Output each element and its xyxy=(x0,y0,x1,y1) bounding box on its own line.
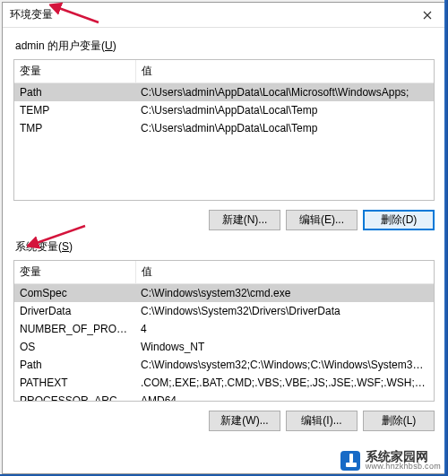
user-edit-button[interactable]: 编辑(E)... xyxy=(286,210,358,230)
watermark-name: 系统家园网 xyxy=(366,450,441,463)
watermark: 系统家园网 www.hnzkhbsb.com xyxy=(340,450,441,471)
user-delete-button[interactable]: 删除(D) xyxy=(363,210,435,230)
table-row[interactable]: PROCESSOR_ARCHITECT...AMD64 xyxy=(14,392,434,402)
system-buttons: 新建(W)... 编辑(I)... 删除(L) xyxy=(13,402,435,437)
table-row[interactable]: PathC:\Windows\system32;C:\Windows;C:\Wi… xyxy=(14,356,434,374)
watermark-logo-icon xyxy=(340,451,360,471)
var-value-cell: 4 xyxy=(135,320,434,338)
var-name-cell: DriverData xyxy=(14,302,135,320)
var-value-cell: C:\Users\admin\AppData\Local\Microsoft\W… xyxy=(135,83,434,102)
table-row[interactable]: NUMBER_OF_PROCESSORS4 xyxy=(14,320,434,338)
var-name-cell: PATHEXT xyxy=(14,374,135,392)
var-name-cell: OS xyxy=(14,338,135,356)
system-vars-table: 变量 值 ComSpecC:\Windows\system32\cmd.exeD… xyxy=(14,261,434,402)
user-col-value[interactable]: 值 xyxy=(135,60,434,83)
system-col-value[interactable]: 值 xyxy=(135,261,434,284)
user-new-button[interactable]: 新建(N)... xyxy=(209,210,280,230)
system-edit-button[interactable]: 编辑(I)... xyxy=(286,411,358,431)
var-value-cell: C:\Users\admin\AppData\Local\Temp xyxy=(135,101,434,119)
var-value-cell: C:\Users\admin\AppData\Local\Temp xyxy=(135,119,434,137)
var-name-cell: Path xyxy=(14,83,135,102)
var-value-cell: .COM;.EXE;.BAT;.CMD;.VBS;.VBE;.JS;.JSE;.… xyxy=(135,374,434,392)
system-col-name[interactable]: 变量 xyxy=(14,261,135,284)
var-value-cell: AMD64 xyxy=(135,392,434,402)
user-vars-section: admin 的用户变量(U) 变量 值 PathC:\Users\admin\A… xyxy=(13,39,435,236)
user-buttons: 新建(N)... 编辑(E)... 删除(D) xyxy=(13,201,435,236)
user-vars-table: 变量 值 PathC:\Users\admin\AppData\Local\Mi… xyxy=(14,60,434,137)
table-row[interactable]: TEMPC:\Users\admin\AppData\Local\Temp xyxy=(14,101,434,119)
user-vars-table-wrap[interactable]: 变量 值 PathC:\Users\admin\AppData\Local\Mi… xyxy=(13,59,435,201)
titlebar: 环境变量 xyxy=(3,3,445,28)
user-col-name[interactable]: 变量 xyxy=(14,60,135,83)
var-name-cell: PROCESSOR_ARCHITECT... xyxy=(14,392,135,402)
table-row[interactable]: DriverDataC:\Windows\System32\Drivers\Dr… xyxy=(14,302,434,320)
watermark-url: www.hnzkhbsb.com xyxy=(366,463,441,471)
table-row[interactable]: PATHEXT.COM;.EXE;.BAT;.CMD;.VBS;.VBE;.JS… xyxy=(14,374,434,392)
user-vars-label: admin 的用户变量(U) xyxy=(15,39,435,54)
var-value-cell: C:\Windows\System32\Drivers\DriverData xyxy=(135,302,434,320)
var-name-cell: NUMBER_OF_PROCESSORS xyxy=(14,320,135,338)
system-vars-section: 系统变量(S) 变量 值 ComSpecC:\Windows\system32\… xyxy=(13,239,435,437)
system-delete-button[interactable]: 删除(L) xyxy=(363,411,435,431)
close-icon xyxy=(423,8,432,22)
system-vars-table-wrap[interactable]: 变量 值 ComSpecC:\Windows\system32\cmd.exeD… xyxy=(13,260,435,402)
var-name-cell: Path xyxy=(14,356,135,374)
system-vars-label: 系统变量(S) xyxy=(15,239,435,255)
dialog-content: admin 的用户变量(U) 变量 值 PathC:\Users\admin\A… xyxy=(3,28,445,444)
desktop-edge xyxy=(444,0,448,476)
close-button[interactable] xyxy=(409,4,445,27)
table-row[interactable]: ComSpecC:\Windows\system32\cmd.exe xyxy=(14,284,434,303)
env-vars-dialog: 环境变量 admin 的用户变量(U) 变量 值 PathC xyxy=(2,2,446,474)
var-value-cell: Windows_NT xyxy=(135,338,434,356)
var-value-cell: C:\Windows\system32\cmd.exe xyxy=(135,284,434,303)
system-new-button[interactable]: 新建(W)... xyxy=(209,411,280,431)
var-name-cell: TMP xyxy=(14,119,135,137)
window-title: 环境变量 xyxy=(10,7,53,22)
table-row[interactable]: PathC:\Users\admin\AppData\Local\Microso… xyxy=(14,83,434,102)
table-row[interactable]: TMPC:\Users\admin\AppData\Local\Temp xyxy=(14,119,434,137)
var-name-cell: TEMP xyxy=(14,101,135,119)
table-row[interactable]: OSWindows_NT xyxy=(14,338,434,356)
var-name-cell: ComSpec xyxy=(14,284,135,303)
var-value-cell: C:\Windows\system32;C:\Windows;C:\Window… xyxy=(135,356,434,374)
